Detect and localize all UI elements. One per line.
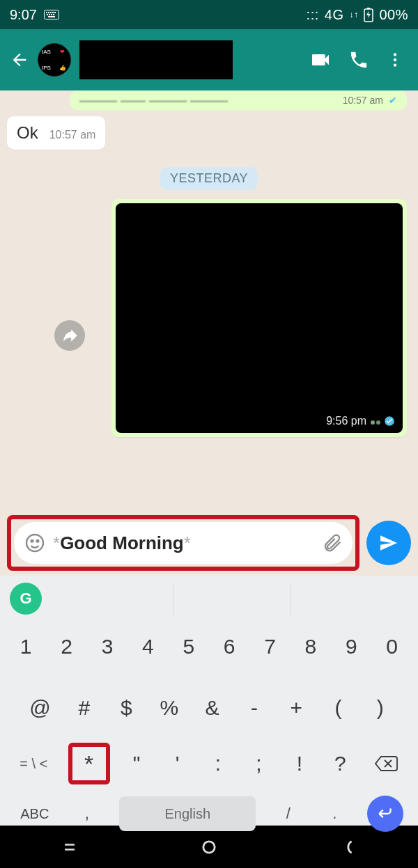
key-exclaim[interactable]: ! [286,749,314,778]
message-time: 10:57 am [49,129,96,141]
key-backspace[interactable] [367,751,406,776]
svg-rect-12 [367,8,370,9]
key-row-numbers: 1 2 3 4 5 6 7 8 9 0 [0,626,418,668]
incoming-image-message[interactable]: 9:56 pm [111,199,407,437]
svg-point-19 [37,540,39,542]
svg-rect-7 [49,14,50,15]
key-hash[interactable]: # [70,693,98,723]
svg-point-15 [394,63,396,66]
svg-rect-3 [50,12,52,13]
key-question[interactable]: ? [326,749,354,778]
key-enter[interactable] [367,796,403,832]
key-percent[interactable]: % [155,693,185,723]
format-asterisk: * [184,532,191,554]
message-text-blurred: ——— —— ——— ——— [79,93,337,108]
delivered-icon: ✔ [389,95,397,106]
spacebar-label: English [164,806,210,822]
more-menu-button[interactable] [382,47,408,73]
key-3[interactable]: 3 [93,632,121,661]
tutorial-highlight-asterisk-key[interactable]: * [68,743,110,784]
key-6[interactable]: 6 [215,632,243,661]
nav-recents-button[interactable] [60,837,79,857]
key-abc[interactable]: ABC [15,803,54,825]
svg-rect-4 [52,12,54,13]
key-1[interactable]: 1 [12,632,40,661]
key-spacebar[interactable]: English [119,796,256,831]
key-squote[interactable]: ' [164,749,192,778]
key-period[interactable]: . [320,802,348,826]
soft-keyboard: G 1 2 3 4 5 6 7 8 9 0 @ # $ % & - + ( ) … [0,576,418,826]
outgoing-message[interactable]: Ok 10:57 am [7,116,105,150]
send-button[interactable] [366,521,411,565]
clock: 9:07 [10,7,37,23]
svg-point-14 [394,58,396,61]
key-rparen[interactable]: ) [366,693,394,723]
key-colon[interactable]: : [204,749,232,778]
message-time: 9:56 pm [326,415,366,427]
key-dquote[interactable]: " [123,749,150,778]
format-asterisk: * [53,532,60,554]
nav-home-button[interactable] [199,837,219,857]
svg-point-20 [203,841,215,852]
svg-point-18 [31,540,33,542]
key-5[interactable]: 5 [175,632,203,661]
key-at[interactable]: @ [24,693,56,723]
typed-text: Good Morning [60,532,184,554]
battery-icon [364,7,373,22]
suggestion-strip[interactable] [56,583,408,615]
grammarly-icon[interactable]: G [10,583,42,615]
svg-rect-1 [46,12,47,13]
voice-call-button[interactable] [344,45,373,74]
key-asterisk: * [84,750,93,778]
key-ampersand[interactable]: & [199,693,226,723]
svg-rect-10 [48,16,55,17]
date-separator: YESTERDAY [160,167,258,190]
emoji-button[interactable] [24,532,46,554]
key-plus[interactable]: + [282,693,310,723]
key-lparen[interactable]: ( [325,693,353,723]
svg-point-17 [26,535,43,551]
battery-pct: 00% [379,7,408,23]
key-slash[interactable]: / [274,802,302,826]
key-4[interactable]: 4 [134,632,162,661]
key-minus[interactable]: - [240,693,268,723]
key-row-bottom: ABC , English / . [0,793,418,835]
chat-pane[interactable]: ——— —— ——— ——— 10:57 am ✔ Ok 10:57 am YE… [0,90,418,510]
key-more-symbols[interactable]: = \ < [12,753,55,775]
key-semicolon[interactable]: ; [245,749,272,778]
key-2[interactable]: 2 [53,632,81,661]
key-8[interactable]: 8 [297,632,325,661]
message-input[interactable]: * Good Morning * [53,532,315,554]
contact-name-redacted[interactable] [79,40,233,79]
image-attachment-redacted[interactable]: 9:56 pm [116,203,403,433]
read-receipt-icon [383,415,396,427]
back-button[interactable] [10,50,29,70]
video-call-button[interactable] [305,45,336,75]
svg-rect-8 [51,14,52,15]
signal-icon: ::: [307,7,319,23]
key-0[interactable]: 0 [378,632,406,661]
forward-button[interactable] [54,320,85,351]
compose-bar: * Good Morning * [0,510,418,576]
key-dollar[interactable]: $ [112,693,140,723]
key-row-symbols-2: = \ < * " ' : ; ! ? [0,741,418,786]
network-label: 4G [325,7,344,23]
nav-back-button[interactable] [339,837,358,857]
incoming-message-partial[interactable]: ——— —— ——— ——— 10:57 am ✔ [70,90,407,110]
chat-app-bar: IAS❤IPS👍 [0,29,418,90]
svg-rect-6 [47,14,48,15]
attach-button[interactable] [322,532,343,553]
key-comma[interactable]: , [73,802,101,826]
key-7[interactable]: 7 [256,632,284,661]
message-time: 10:57 am [343,95,383,106]
svg-point-13 [394,53,396,56]
svg-rect-9 [53,14,54,15]
key-9[interactable]: 9 [337,632,365,661]
message-input-pill[interactable]: * Good Morning * [14,522,353,564]
svg-rect-2 [48,12,49,13]
key-row-symbols-1: @ # $ % & - + ( ) [0,686,418,730]
contact-avatar[interactable]: IAS❤IPS👍 [38,43,71,77]
status-bar: 9:07 ::: 4G ↓↑ 00% [0,0,418,29]
tutorial-highlight-input: * Good Morning * [7,515,359,571]
svg-rect-5 [54,12,56,13]
